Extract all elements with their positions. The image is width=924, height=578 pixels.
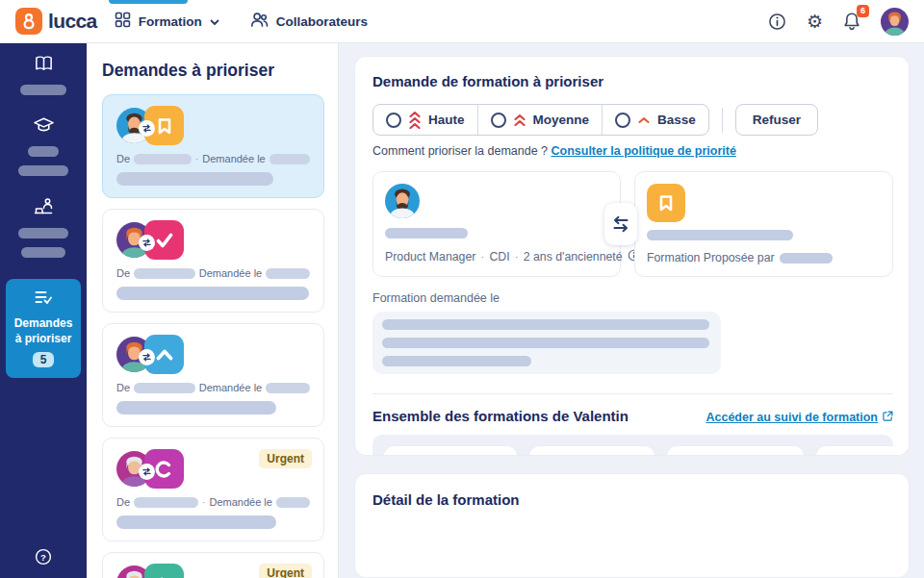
info-icon[interactable] xyxy=(768,13,786,31)
employee-contract: CDI xyxy=(489,250,509,264)
swap-icon xyxy=(139,120,155,137)
refuse-button[interactable]: Refuser xyxy=(735,104,818,136)
priority-level-icon xyxy=(409,112,421,129)
formation-proposed-label: Formation Proposée par xyxy=(647,251,775,264)
request-card[interactable]: Urgent De · Demandée le xyxy=(102,438,324,541)
urgent-badge: Urgent xyxy=(259,564,312,578)
svg-text:?: ? xyxy=(40,552,46,563)
priorization-card: Demande de formation à prioriser Haute M… xyxy=(354,56,910,456)
detail-panel: Demande de formation à prioriser Haute M… xyxy=(339,43,924,578)
stat-card: Demandes en cours 1 xyxy=(384,446,517,456)
sidebar-item-catalog[interactable] xyxy=(20,55,66,95)
help-icon[interactable]: ? xyxy=(0,548,87,565)
request-card[interactable]: De Demandée le xyxy=(102,323,324,427)
formation-card: Formation Proposée par xyxy=(634,171,893,277)
swap-icon xyxy=(139,464,155,480)
summary-title: Ensemble des formations de Valentin xyxy=(372,408,629,424)
priorization-title: Demande de formation à prioriser xyxy=(372,73,893,89)
date-skeleton xyxy=(270,154,310,164)
priority-option-moyenne[interactable]: Moyenne xyxy=(478,105,603,135)
nav-collaborateurs[interactable]: Collaborateurs xyxy=(250,12,368,31)
request-avatars xyxy=(116,220,184,260)
sidebar-active-label: Demandes à prioriser xyxy=(10,316,77,346)
topbar-actions: ⚙ 6 xyxy=(768,8,909,36)
priority-hint: Comment prioriser la demande ? Consulter… xyxy=(372,144,893,158)
radio-icon[interactable] xyxy=(491,113,506,128)
stat-card: Demandes refusées 0 xyxy=(816,446,910,456)
requester-skeleton xyxy=(134,154,192,164)
sidebar-label-skeleton xyxy=(20,85,66,95)
pending-count-badge: 5 xyxy=(33,352,55,367)
priority-policy-link[interactable]: Consulter la politique de priorité xyxy=(552,144,736,158)
urgent-badge: Urgent xyxy=(259,449,312,468)
sidebar-label-skeleton xyxy=(28,146,59,157)
request-meta: De · Demandée le xyxy=(116,153,310,164)
formation-description-skeleton xyxy=(372,312,721,374)
sidebar-label-skeleton xyxy=(18,228,68,239)
grid-icon xyxy=(115,12,131,31)
request-avatars xyxy=(116,564,184,578)
section-divider xyxy=(372,393,893,394)
graduation-cap-icon xyxy=(33,116,55,138)
formation-detail-title: Détail de la formation xyxy=(372,491,891,508)
request-title-skeleton xyxy=(116,172,273,186)
date-skeleton xyxy=(276,497,310,508)
employee-card: Product Manager · CDI · 2 ans d'ancienne… xyxy=(372,171,621,277)
request-card[interactable]: Urgent De xyxy=(102,552,324,578)
request-avatars xyxy=(116,449,184,489)
request-card-list: De · Demandée le De Demandée le xyxy=(102,94,324,578)
request-card[interactable]: De Demandée le xyxy=(102,209,324,313)
user-avatar[interactable] xyxy=(881,8,909,36)
priority-level-icon xyxy=(638,117,650,123)
date-skeleton xyxy=(266,268,310,279)
notifications-bell-icon[interactable]: 6 xyxy=(843,12,860,31)
radio-icon[interactable] xyxy=(386,113,401,128)
book-icon xyxy=(34,55,54,76)
notification-count-badge: 6 xyxy=(857,5,869,17)
employee-seniority: 2 ans d'ancienneté xyxy=(524,250,623,264)
employee-meta: Product Manager · CDI · 2 ans d'ancienne… xyxy=(385,249,608,264)
swap-icon xyxy=(139,235,155,251)
translate-icon xyxy=(144,564,184,578)
settings-gear-icon[interactable]: ⚙ xyxy=(807,13,823,31)
stat-card: Formations à venir 1 xyxy=(529,446,654,456)
priority-option-haute[interactable]: Haute xyxy=(373,105,478,135)
sidebar-item-trainings[interactable] xyxy=(18,116,68,176)
employee-name-skeleton xyxy=(385,228,468,239)
employee-role: Product Manager xyxy=(385,250,475,264)
follow-training-link[interactable]: Accéder au suivi de formation xyxy=(706,411,893,424)
request-list-title: Demandes à prioriser xyxy=(102,61,324,81)
list-check-icon xyxy=(34,292,53,309)
nav-formation[interactable]: Formation xyxy=(115,12,219,31)
date-skeleton xyxy=(266,383,310,393)
priority-option-basse[interactable]: Basse xyxy=(603,105,708,135)
request-meta: De Demandée le xyxy=(116,382,310,393)
sidebar-label-skeleton xyxy=(18,165,68,176)
external-link-icon xyxy=(883,411,893,424)
priority-level-icon xyxy=(514,114,526,126)
sidebar-item-sessions[interactable] xyxy=(18,197,68,258)
brand-name: lucca xyxy=(48,10,97,33)
priority-controls: Haute Moyenne Basse Refuser xyxy=(372,104,893,136)
request-card[interactable]: De · Demandée le xyxy=(102,94,324,198)
training-stats: Demandes en cours 1 Formations à venir 1… xyxy=(372,435,893,456)
sidebar: Demandes à prioriser 5 ? xyxy=(0,43,87,578)
app-root: lucca Formation Collaborateurs ⚙ 6 xyxy=(0,0,924,578)
requested-date-label: Formation demandée le xyxy=(372,291,893,305)
radio-icon[interactable] xyxy=(615,113,630,128)
formation-meta: Formation Proposée par xyxy=(647,251,881,264)
training-desk-icon xyxy=(33,197,54,219)
requester-skeleton xyxy=(134,383,195,393)
formation-name-skeleton xyxy=(647,230,793,240)
brand-home-link[interactable]: lucca xyxy=(15,8,97,35)
requester-skeleton xyxy=(134,268,195,279)
priority-hint-text: Comment prioriser la demande ? xyxy=(372,144,548,158)
lucca-logo-icon xyxy=(15,8,42,35)
stat-card: Formations réalisées 2 xyxy=(667,446,804,456)
sidebar-item-demandes-a-prioriser[interactable]: Demandes à prioriser 5 xyxy=(6,279,81,378)
request-summary-cards: Product Manager · CDI · 2 ans d'ancienne… xyxy=(372,171,893,277)
request-meta: De Demandée le xyxy=(116,267,310,279)
request-title-skeleton xyxy=(116,401,276,415)
swap-icon xyxy=(604,203,637,245)
formation-detail-card: Détail de la formation xyxy=(354,473,910,578)
